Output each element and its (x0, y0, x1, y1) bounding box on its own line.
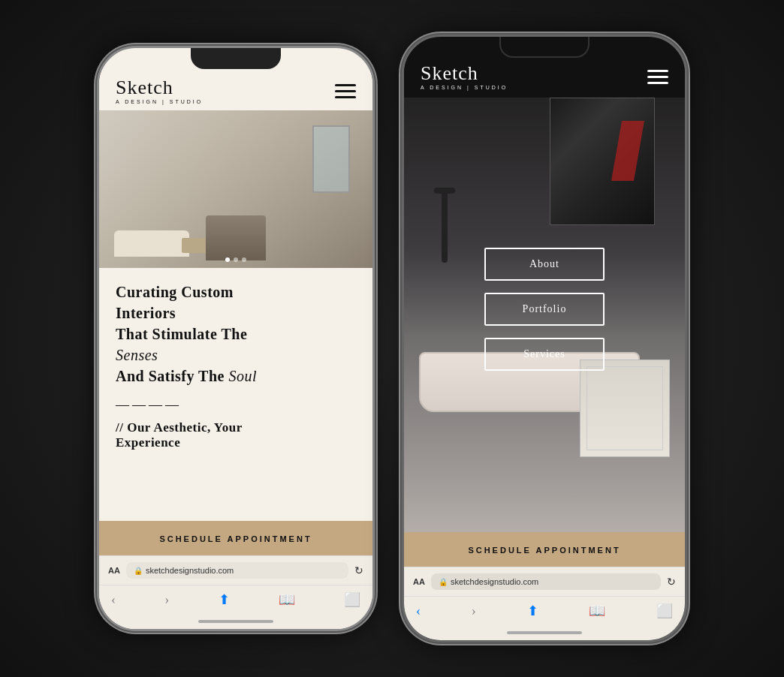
phone-2-notch (499, 37, 590, 58)
hamburger-line-1 (335, 84, 356, 86)
hamburger-line-2 (647, 76, 668, 78)
share-icon-1[interactable]: ⬆ (219, 591, 230, 608)
nav-portfolio-button[interactable]: Portfolio (484, 293, 605, 326)
lock-icon-2: 🔒 (439, 578, 448, 586)
browser-url-bar-1[interactable]: 🔒 sketchdesignstudio.com (126, 562, 348, 579)
phone-2: Sketch A DESIGN | STUDIO (402, 35, 687, 642)
hamburger-line-1 (647, 70, 668, 72)
phone-2-nav-bar: ‹ › ⬆ 📖 ⬜ (404, 596, 685, 625)
nav-menu-overlay: About Portfolio Services (484, 248, 605, 371)
browser-url-text-1: sketchdesignstudio.com (146, 566, 234, 575)
headline-line3: That Stimulate The (116, 326, 247, 342)
hamburger-line-2 (335, 90, 356, 92)
wainscoting (580, 360, 670, 457)
tabs-icon-1[interactable]: ⬜ (344, 591, 360, 608)
browser-aa-1[interactable]: AA (108, 566, 120, 575)
forward-button-2[interactable]: › (472, 603, 476, 619)
phone-2-content: Sketch A DESIGN | STUDIO (404, 58, 685, 640)
phone-1-nav-bar: ‹ › ⬆ 📖 ⬜ (99, 585, 372, 614)
hero-carousel-dots (225, 257, 246, 262)
nav-about-button[interactable]: About (484, 248, 605, 281)
bookmarks-icon-2[interactable]: 📖 (589, 603, 605, 619)
subheadline-text: // Our Aesthetic, Your (116, 420, 243, 435)
phone-1-body: Curating Custom Interiors That Stimulate… (99, 268, 372, 521)
dot-3 (242, 257, 246, 262)
phone-1: Sketch A DESIGN | STUDIO (97, 46, 375, 631)
headline-italic1: Senses (116, 347, 158, 363)
share-icon-2[interactable]: ⬆ (527, 603, 538, 619)
hamburger-menu-1[interactable] (335, 84, 356, 98)
art-red-accent (611, 121, 644, 181)
phone-1-browser-bar: AA 🔒 sketchdesignstudio.com ↻ (99, 555, 372, 585)
subheadline-text2: Experience (116, 435, 180, 450)
tabs-icon-2[interactable]: ⬜ (656, 603, 673, 619)
logo-1: Sketch A DESIGN | STUDIO (116, 78, 203, 104)
phone-2-home-bar (404, 625, 685, 640)
phone-1-header: Sketch A DESIGN | STUDIO (99, 69, 372, 110)
hero-window (312, 125, 350, 193)
reload-icon-1[interactable]: ↻ (354, 564, 363, 577)
phone-2-header: Sketch A DESIGN | STUDIO (404, 58, 685, 98)
headline: Curating Custom Interiors That Stimulate… (116, 281, 356, 387)
logo-text-1: Sketch (116, 78, 203, 98)
bookmarks-icon-1[interactable]: 📖 (279, 591, 295, 608)
reload-icon-2[interactable]: ↻ (667, 576, 676, 588)
browser-url-text-2: sketchdesignstudio.com (451, 577, 538, 586)
logo-text-2: Sketch (421, 64, 508, 83)
nav-services-button[interactable]: Services (484, 338, 605, 371)
faucet (442, 188, 448, 263)
dot-1 (225, 257, 230, 262)
headline-line1: Curating Custom (116, 284, 234, 300)
phone-1-cta[interactable]: SCHEDULE APPOINTMENT (99, 521, 372, 555)
dot-2 (234, 257, 238, 262)
lock-icon-1: 🔒 (134, 567, 143, 575)
hero-sofa (114, 230, 189, 257)
phone-2-browser-bar: AA 🔒 sketchdesignstudio.com ↻ (404, 567, 685, 596)
logo-subtitle-2: A DESIGN | STUDIO (421, 85, 508, 90)
logo-subtitle-1: A DESIGN | STUDIO (116, 99, 203, 104)
phones-container: Sketch A DESIGN | STUDIO (97, 35, 687, 642)
hamburger-menu-2[interactable] (647, 70, 668, 84)
back-button-2[interactable]: ‹ (416, 603, 421, 619)
art-piece (550, 98, 655, 225)
browser-aa-2[interactable]: AA (413, 577, 425, 586)
phone-2-cta[interactable]: SCHEDULE APPOINTMENT (404, 532, 685, 567)
home-indicator-1 (198, 620, 273, 623)
phone-1-content: Sketch A DESIGN | STUDIO (99, 69, 372, 629)
divider: ———— (116, 397, 356, 413)
hero-fireplace (206, 215, 266, 260)
home-indicator-2 (507, 631, 582, 634)
hamburger-line-3 (647, 82, 668, 84)
headline-italic2: Soul (228, 368, 257, 384)
browser-url-bar-2[interactable]: 🔒 sketchdesignstudio.com (431, 573, 661, 590)
logo-2: Sketch A DESIGN | STUDIO (421, 64, 508, 90)
phone-2-background: About Portfolio Services (404, 98, 685, 532)
phone-1-notch (191, 48, 281, 69)
back-button-1[interactable]: ‹ (111, 592, 116, 608)
hamburger-line-3 (335, 96, 356, 98)
hero-image-1 (99, 110, 372, 268)
headline-line4: And Satisfy The (116, 368, 225, 384)
forward-button-1[interactable]: › (164, 592, 169, 608)
headline-line2: Interiors (116, 305, 176, 321)
subheadline: // Our Aesthetic, Your Experience (116, 420, 356, 450)
phone-2-cta-label: SCHEDULE APPOINTMENT (468, 546, 620, 555)
phone-1-home-bar (99, 614, 372, 629)
phone-1-cta-label: SCHEDULE APPOINTMENT (159, 534, 312, 543)
